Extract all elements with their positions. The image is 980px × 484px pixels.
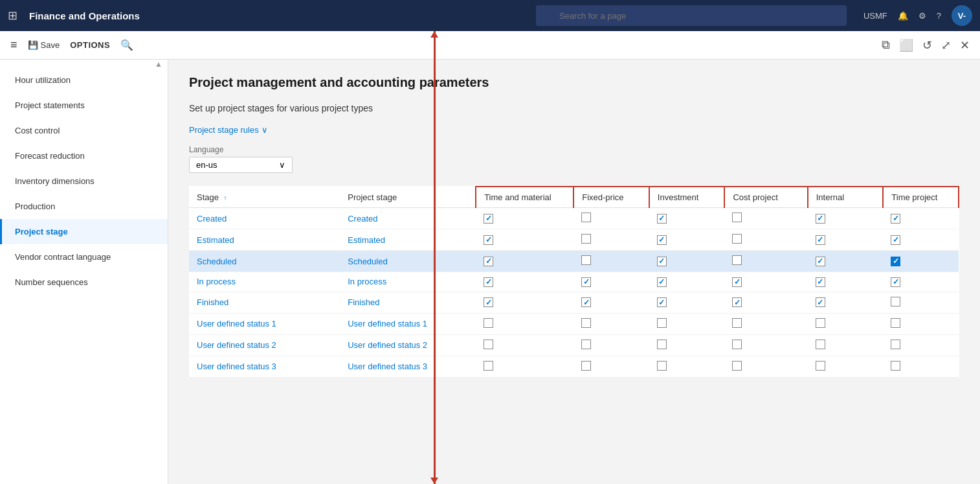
checkbox[interactable] <box>891 257 900 266</box>
checkbox[interactable] <box>891 214 900 224</box>
table-row[interactable]: User defined status 3User defined status… <box>189 356 959 377</box>
checkbox[interactable] <box>484 277 493 287</box>
options-button[interactable]: OPTIONS <box>70 40 110 50</box>
checkbox[interactable] <box>581 297 591 307</box>
table-cell-text[interactable]: User defined status 2 <box>340 334 476 356</box>
checkbox[interactable] <box>657 340 667 349</box>
checkbox[interactable] <box>657 297 667 307</box>
sidebar-item-hour-utilization[interactable]: Hour utilization <box>0 67 168 93</box>
save-button[interactable]: 💾 Save <box>28 40 60 50</box>
checkbox[interactable] <box>732 318 742 328</box>
checkbox[interactable] <box>732 213 742 222</box>
checkbox[interactable] <box>581 340 591 349</box>
checkbox[interactable] <box>732 340 742 349</box>
table-cell-text[interactable]: User defined status 1 <box>189 313 340 334</box>
language-select[interactable]: en-us ∨ <box>189 157 293 173</box>
checkbox[interactable] <box>732 255 742 265</box>
pin-icon[interactable]: ⧉ <box>882 38 890 52</box>
table-cell-text[interactable]: User defined status 1 <box>340 313 476 334</box>
sidebar-item-vendor-contract-language[interactable]: Vendor contract language <box>0 244 168 270</box>
grid-icon[interactable]: ⊞ <box>8 8 17 23</box>
table-row[interactable]: In processIn process <box>189 272 959 292</box>
table-row[interactable]: ScheduledScheduled <box>189 251 959 272</box>
col-header-cost-project[interactable]: Cost project <box>724 187 807 208</box>
col-header-time-material[interactable]: Time and material <box>476 187 574 208</box>
checkbox[interactable] <box>484 318 493 328</box>
table-cell-text[interactable]: User defined status 2 <box>189 334 340 356</box>
checkbox[interactable] <box>484 297 493 307</box>
page-search-input[interactable] <box>536 5 847 26</box>
table-cell-text[interactable]: Scheduled <box>189 251 340 272</box>
checkbox[interactable] <box>484 340 493 349</box>
checkbox[interactable] <box>816 214 825 224</box>
checkbox[interactable] <box>484 361 493 371</box>
bell-icon[interactable]: 🔔 <box>898 11 908 21</box>
checkbox[interactable] <box>732 297 742 307</box>
checkbox[interactable] <box>732 234 742 244</box>
checkbox[interactable] <box>657 318 667 328</box>
sidebar-scroll-up[interactable]: ▲ <box>155 60 162 69</box>
checkbox[interactable] <box>581 361 591 371</box>
col-header-fixed-price[interactable]: Fixed-price <box>574 187 649 208</box>
hamburger-icon[interactable]: ≡ <box>10 38 17 52</box>
sidebar-item-project-stage[interactable]: Project stage <box>0 219 168 244</box>
checkbox[interactable] <box>484 214 493 224</box>
table-cell-text[interactable]: Created <box>189 208 340 229</box>
checkbox[interactable] <box>657 235 667 245</box>
checkbox[interactable] <box>732 361 742 371</box>
table-row[interactable]: FinishedFinished <box>189 292 959 313</box>
checkbox[interactable] <box>581 255 591 265</box>
checkbox[interactable] <box>891 297 900 306</box>
sidebar-item-cost-control[interactable]: Cost control <box>0 118 168 143</box>
checkbox[interactable] <box>484 235 493 245</box>
sidebar-item-project-statements[interactable]: Project statements <box>0 93 168 118</box>
checkbox[interactable] <box>657 214 667 224</box>
checkbox[interactable] <box>816 318 825 328</box>
table-cell-text[interactable]: Estimated <box>340 229 476 251</box>
checkbox[interactable] <box>891 340 900 349</box>
table-cell-text[interactable]: In process <box>340 272 476 292</box>
sidebar-item-forecast-reduction[interactable]: Forecast reduction <box>0 143 168 168</box>
sidebar-item-number-sequences[interactable]: Number sequences <box>0 270 168 295</box>
checkbox[interactable] <box>816 361 825 371</box>
project-stage-rules-button[interactable]: Project stage rules ∨ <box>189 125 268 135</box>
checkbox[interactable] <box>581 213 591 222</box>
toolbar-search-icon[interactable]: 🔍 <box>120 39 133 51</box>
table-cell-text[interactable]: In process <box>189 272 340 292</box>
checkbox[interactable] <box>891 361 900 371</box>
table-cell-text[interactable]: Created <box>340 208 476 229</box>
table-cell-text[interactable]: Finished <box>340 292 476 313</box>
checkbox[interactable] <box>816 277 825 287</box>
table-row[interactable]: EstimatedEstimated <box>189 229 959 251</box>
help-icon[interactable]: ? <box>937 11 941 21</box>
checkbox[interactable] <box>484 257 493 266</box>
sidebar-item-inventory-dimensions[interactable]: Inventory dimensions <box>0 168 168 194</box>
checkbox[interactable] <box>816 340 825 349</box>
expand-icon[interactable]: ⤢ <box>941 38 951 52</box>
checkbox[interactable] <box>891 318 900 328</box>
refresh-icon[interactable]: ↺ <box>922 38 932 52</box>
checkbox[interactable] <box>891 277 900 287</box>
checkbox[interactable] <box>657 257 667 266</box>
sidebar-item-production[interactable]: Production <box>0 194 168 219</box>
checkbox[interactable] <box>816 257 825 266</box>
table-cell-text[interactable]: User defined status 3 <box>189 356 340 377</box>
checkbox[interactable] <box>581 318 591 328</box>
close-icon[interactable]: ✕ <box>960 38 970 52</box>
table-cell-text[interactable]: Scheduled <box>340 251 476 272</box>
checkbox[interactable] <box>581 234 591 244</box>
checkbox[interactable] <box>816 297 825 307</box>
gear-icon[interactable]: ⚙ <box>919 11 926 21</box>
checkbox[interactable] <box>657 277 667 287</box>
user-avatar[interactable]: V- <box>952 5 972 26</box>
table-row[interactable]: User defined status 2User defined status… <box>189 334 959 356</box>
col-header-project-stage[interactable]: Project stage <box>340 187 476 208</box>
table-row[interactable]: User defined status 1User defined status… <box>189 313 959 334</box>
table-cell-text[interactable]: Finished <box>189 292 340 313</box>
checkbox[interactable] <box>732 277 742 287</box>
checkbox[interactable] <box>657 361 667 371</box>
window-icon[interactable]: ⬜ <box>899 38 913 52</box>
col-header-internal[interactable]: Internal <box>808 187 884 208</box>
checkbox[interactable] <box>581 277 591 287</box>
table-cell-text[interactable]: User defined status 3 <box>340 356 476 377</box>
